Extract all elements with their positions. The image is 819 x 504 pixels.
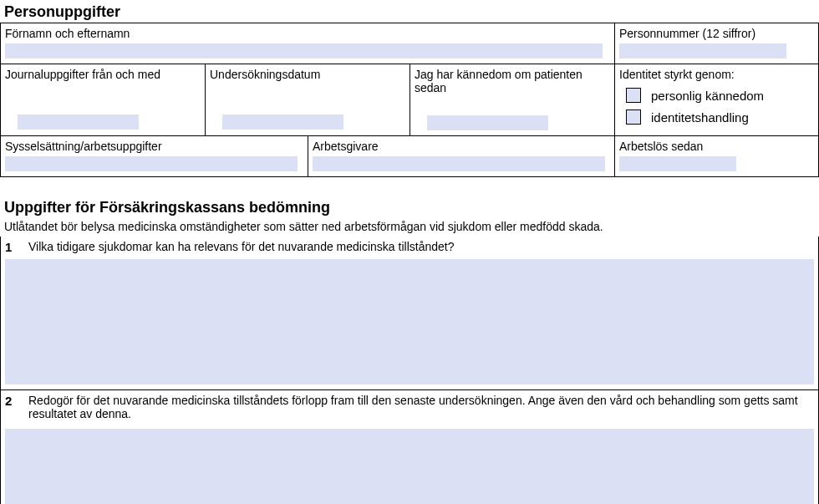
q2-textarea[interactable] — [5, 429, 814, 504]
q1-number: 1 — [5, 240, 18, 254]
question-1: 1 Vilka tidigare sjukdomar kan ha releva… — [0, 237, 819, 390]
unemployed-label: Arbetslös sedan — [619, 140, 814, 153]
checkbox-personal[interactable] — [626, 88, 641, 103]
q1-textarea[interactable] — [5, 259, 814, 384]
occupation-label: Sysselsättning/arbetsuppgifter — [5, 140, 303, 153]
checkbox-identitydoc[interactable] — [626, 109, 641, 125]
identity-opt1-label: personlig kännedom — [651, 89, 764, 103]
section1-title: Personuppgifter — [0, 0, 819, 23]
question-2: 2 Redogör för det nuvarande medicinska t… — [0, 390, 819, 504]
employer-input[interactable] — [313, 156, 605, 171]
examdate-input[interactable] — [222, 115, 343, 130]
field-pnr: Personnummer (12 siffror) — [614, 23, 819, 64]
section2-subtitle: Utlåtandet bör belysa medicinska omständ… — [0, 218, 819, 237]
field-identity: Identitet styrkt genom: personlig känned… — [614, 64, 819, 135]
field-examdate: Undersökningsdatum — [205, 64, 410, 135]
examdate-label: Undersökningsdatum — [210, 68, 405, 81]
field-unemployed: Arbetslös sedan — [614, 136, 819, 176]
pnr-input[interactable] — [619, 43, 786, 59]
journal-label: Journaluppgifter från och med — [5, 68, 201, 81]
identity-label: Identitet styrkt genom: — [619, 68, 814, 81]
q2-text: Redogör för det nuvarande medicinska til… — [28, 394, 814, 420]
pnr-label: Personnummer (12 siffror) — [619, 27, 814, 40]
known-input[interactable] — [427, 115, 548, 130]
unemployed-input[interactable] — [619, 156, 736, 171]
q1-text: Vilka tidigare sjukdomar kan ha relevans… — [28, 240, 814, 254]
known-label: Jag har kännedom om patienten sedan — [415, 68, 610, 94]
section2-title: Uppgifter för Försäkringskassans bedömni… — [0, 196, 819, 218]
field-name: Förnamn och efternamn — [0, 23, 614, 64]
employer-label: Arbetsgivare — [313, 140, 610, 153]
field-occupation: Sysselsättning/arbetsuppgifter — [0, 136, 308, 176]
name-label: Förnamn och efternamn — [5, 27, 610, 40]
q2-number: 2 — [5, 394, 18, 420]
field-journal: Journaluppgifter från och med — [0, 64, 205, 135]
name-input[interactable] — [5, 43, 603, 59]
field-known: Jag har kännedom om patienten sedan — [410, 64, 614, 135]
field-employer: Arbetsgivare — [308, 136, 614, 176]
journal-input[interactable] — [18, 115, 139, 130]
identity-opt2-label: identitetshandling — [651, 110, 749, 125]
occupation-input[interactable] — [5, 156, 298, 171]
